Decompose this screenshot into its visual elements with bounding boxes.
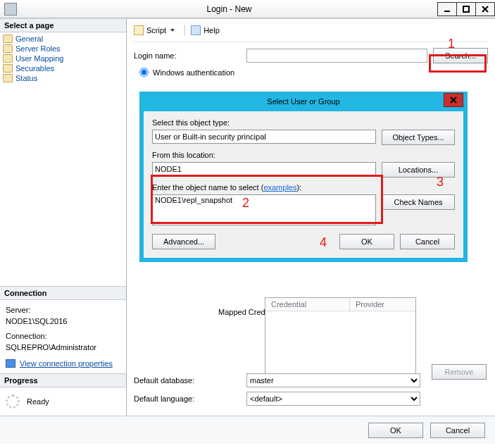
- page-icon: [3, 74, 13, 82]
- connection-header: Connection: [0, 287, 126, 300]
- mapped-credentials-grid: Credential Provider: [265, 297, 416, 379]
- page-server-roles[interactable]: Server Roles: [1, 44, 125, 54]
- dialog-cancel-button[interactable]: Cancel: [400, 234, 455, 249]
- toolbar: Script Help: [134, 23, 488, 42]
- server-value: NODE1\SQL2016: [6, 316, 120, 328]
- object-names-label-a: Enter the object name to select (: [152, 183, 263, 192]
- object-type-input: [152, 130, 376, 144]
- page-list: General Server Roles User Mapping Secura…: [0, 32, 126, 83]
- connection-label: Connection:: [6, 330, 120, 342]
- col-credential: Credential: [265, 298, 350, 311]
- main-cancel-button[interactable]: Cancel: [430, 423, 485, 438]
- script-dropdown-icon[interactable]: [170, 29, 175, 32]
- search-button[interactable]: Search...: [433, 48, 488, 63]
- login-name-label: Login name:: [134, 51, 246, 60]
- progress-spinner-icon: [6, 394, 20, 409]
- connection-body: Server: NODE1\SQL2016 Connection: SQLREP…: [0, 300, 126, 374]
- page-icon: [3, 44, 13, 53]
- default-lang-label: Default language:: [134, 394, 246, 403]
- page-icon: [3, 54, 13, 63]
- page-user-mapping[interactable]: User Mapping: [1, 54, 125, 63]
- examples-link[interactable]: examples: [263, 183, 296, 192]
- script-button[interactable]: Script: [146, 26, 166, 35]
- object-type-label: Select this object type:: [152, 118, 455, 127]
- page-label: Server Roles: [15, 44, 61, 53]
- page-securables[interactable]: Securables: [1, 63, 125, 73]
- titlebar: Login - New: [0, 0, 495, 18]
- footer: OK Cancel: [0, 416, 495, 444]
- select-page-header: Select a page: [0, 19, 126, 32]
- select-user-dialog: Select User or Group Select this object …: [139, 92, 468, 262]
- col-provider: Provider: [350, 298, 415, 311]
- login-name-input[interactable]: [246, 49, 427, 63]
- check-names-button[interactable]: Check Names: [382, 194, 455, 210]
- connection-value: SQLREPRO\Administrator: [6, 342, 120, 354]
- help-icon: [191, 25, 201, 35]
- location-label: From this location:: [152, 151, 455, 159]
- progress-header: Progress: [0, 374, 126, 387]
- minimize-button[interactable]: [437, 2, 457, 16]
- properties-icon: [6, 359, 15, 368]
- server-label: Server:: [6, 304, 120, 316]
- page-label: Securables: [15, 64, 54, 73]
- object-names-label-b: ):: [296, 183, 301, 192]
- page-label: User Mapping: [15, 54, 63, 63]
- dialog-title: Select User or Group: [267, 97, 339, 106]
- default-lang-select[interactable]: <default>: [246, 392, 420, 406]
- page-label: Status: [15, 74, 37, 82]
- locations-button[interactable]: Locations...: [382, 162, 455, 178]
- page-status[interactable]: Status: [1, 73, 125, 83]
- progress-status: Ready: [27, 397, 49, 406]
- location-input: [152, 162, 376, 176]
- default-db-select[interactable]: master: [246, 373, 420, 387]
- windows-auth-radio[interactable]: [139, 68, 149, 77]
- default-db-label: Default database:: [134, 376, 246, 385]
- view-connection-properties-link[interactable]: View connection properties: [20, 358, 113, 370]
- svg-rect-1: [463, 6, 469, 12]
- page-label: General: [15, 35, 43, 43]
- app-icon: [4, 3, 17, 15]
- object-types-button[interactable]: Object Types...: [382, 130, 455, 145]
- dialog-close-button[interactable]: [444, 93, 463, 107]
- page-icon: [3, 64, 13, 73]
- close-button[interactable]: [475, 2, 495, 16]
- windows-auth-label: Windows authentication: [153, 68, 234, 77]
- script-icon: [134, 25, 144, 35]
- advanced-button[interactable]: Advanced...: [152, 234, 215, 249]
- maximize-button[interactable]: [456, 2, 476, 16]
- page-general[interactable]: General: [1, 34, 125, 44]
- main-ok-button[interactable]: OK: [368, 423, 423, 438]
- page-icon: [3, 35, 13, 43]
- window-title: Login - New: [21, 4, 437, 14]
- dialog-ok-button[interactable]: OK: [339, 234, 394, 249]
- object-names-textarea[interactable]: NODE1\repl_snapshot: [152, 194, 376, 225]
- help-button[interactable]: Help: [203, 26, 220, 35]
